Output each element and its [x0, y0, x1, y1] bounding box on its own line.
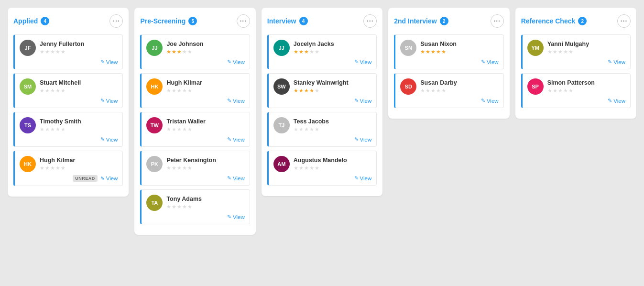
- column-count-applied: 4: [41, 17, 49, 25]
- view-link[interactable]: ✎View: [227, 59, 245, 65]
- candidate-name: Tony Adams: [166, 196, 244, 202]
- column-applied: Applied4···JFJenny Fullerton★★★★★✎ViewSM…: [8, 8, 129, 197]
- more-button-reference-check[interactable]: ···: [617, 14, 631, 28]
- view-link[interactable]: ✎View: [481, 59, 499, 65]
- column-title-2nd-interview: 2nd Interview: [394, 17, 437, 25]
- view-icon: ✎: [608, 59, 612, 65]
- candidate-name: Peter Kensington: [166, 157, 244, 164]
- more-button-interview[interactable]: ···: [363, 14, 377, 28]
- view-label: View: [106, 98, 118, 104]
- star-rating: ★★★★★: [40, 49, 118, 55]
- view-link[interactable]: ✎View: [354, 136, 372, 143]
- view-link[interactable]: ✎View: [608, 59, 625, 65]
- view-label: View: [360, 98, 372, 104]
- candidate-name: Susan Darby: [420, 79, 498, 86]
- card: HKHugh Kilmar★★★★★UNREAD✎View: [13, 151, 123, 186]
- card: SNSusan Nixon★★★★★✎View: [394, 34, 503, 69]
- card: TJTess Jacobs★★★★★✎View: [267, 112, 377, 147]
- column-header-reference-check: Reference Check2···: [521, 14, 631, 28]
- view-label: View: [360, 137, 372, 143]
- column-header-pre-screening: Pre-Screening5···: [140, 14, 250, 28]
- card: TWTristan Waller★★★★★✎View: [140, 112, 250, 147]
- candidate-name: Jenny Fullerton: [40, 41, 118, 47]
- avatar: TW: [146, 117, 163, 133]
- view-link[interactable]: ✎View: [227, 98, 245, 104]
- star-rating: ★★★★★: [294, 165, 371, 171]
- view-link[interactable]: ✎View: [100, 176, 118, 182]
- view-link[interactable]: ✎View: [227, 175, 245, 181]
- card: SMStuart Mitchell★★★★★✎View: [13, 73, 123, 108]
- view-link[interactable]: ✎View: [100, 59, 118, 65]
- star-rating: ★★★★★: [166, 204, 244, 210]
- star-rating: ★★★★★: [294, 88, 371, 94]
- view-link[interactable]: ✎View: [354, 98, 372, 104]
- view-label: View: [233, 214, 245, 220]
- view-icon: ✎: [100, 59, 105, 65]
- candidate-name: Yanni Mulgahy: [547, 41, 625, 47]
- column-header-interview: Interview4···: [267, 14, 377, 28]
- avatar: YM: [527, 40, 544, 56]
- star-rating: ★★★★★: [294, 49, 371, 55]
- column-title-interview: Interview: [267, 17, 296, 25]
- view-label: View: [233, 59, 245, 65]
- card: SDSusan Darby★★★★★✎View: [394, 73, 503, 108]
- card: YMYanni Mulgahy★★★★★✎View: [521, 34, 631, 69]
- candidate-name: Tess Jacobs: [294, 118, 371, 125]
- view-link[interactable]: ✎View: [227, 136, 245, 143]
- avatar: HK: [20, 156, 36, 172]
- avatar: TS: [20, 117, 36, 133]
- view-label: View: [613, 59, 625, 65]
- view-icon: ✎: [608, 98, 612, 104]
- avatar: AM: [273, 156, 290, 172]
- view-label: View: [613, 98, 625, 104]
- more-button-2nd-interview[interactable]: ···: [491, 14, 504, 28]
- view-label: View: [106, 137, 118, 143]
- star-rating: ★★★★★: [166, 49, 244, 55]
- view-label: View: [233, 137, 245, 143]
- view-link[interactable]: ✎View: [227, 214, 245, 220]
- column-pre-screening: Pre-Screening5···JJJoe Johnson★★★★★✎View…: [134, 8, 255, 235]
- view-icon: ✎: [227, 175, 231, 181]
- card: HKHugh Kilmar★★★★★✎View: [140, 73, 250, 108]
- column-count-pre-screening: 5: [188, 17, 197, 25]
- star-rating: ★★★★★: [420, 49, 498, 55]
- star-rating: ★★★★★: [166, 165, 244, 171]
- card: AMAugustus Mandelo★★★★★✎View: [267, 151, 377, 186]
- more-button-pre-screening[interactable]: ···: [237, 14, 250, 28]
- avatar: PK: [146, 156, 163, 172]
- card: JJJoe Johnson★★★★★✎View: [140, 34, 250, 69]
- view-icon: ✎: [227, 59, 231, 65]
- card: PKPeter Kensington★★★★★✎View: [140, 151, 250, 186]
- view-icon: ✎: [100, 98, 105, 104]
- view-icon: ✎: [100, 176, 105, 182]
- view-icon: ✎: [354, 175, 359, 181]
- column-count-reference-check: 2: [578, 17, 587, 25]
- avatar: JF: [20, 40, 36, 56]
- view-link[interactable]: ✎View: [100, 136, 118, 143]
- view-label: View: [487, 59, 499, 65]
- view-label: View: [106, 176, 118, 181]
- view-label: View: [233, 98, 245, 104]
- candidate-name: Hugh Kilmar: [166, 79, 244, 86]
- avatar: SM: [20, 78, 36, 95]
- star-rating: ★★★★★: [547, 88, 625, 94]
- candidate-name: Joe Johnson: [166, 41, 244, 47]
- card: TATony Adams★★★★★✎View: [140, 189, 250, 224]
- view-icon: ✎: [354, 98, 359, 104]
- star-rating: ★★★★★: [40, 88, 118, 94]
- view-link[interactable]: ✎View: [608, 98, 625, 104]
- view-icon: ✎: [227, 214, 231, 220]
- view-link[interactable]: ✎View: [354, 59, 372, 65]
- star-rating: ★★★★★: [166, 126, 244, 132]
- candidate-name: Jocelyn Jacks: [294, 41, 371, 47]
- view-icon: ✎: [481, 59, 485, 65]
- avatar: TJ: [273, 117, 290, 133]
- view-icon: ✎: [354, 59, 359, 65]
- view-link[interactable]: ✎View: [481, 98, 499, 104]
- column-header-applied: Applied4···: [13, 14, 123, 28]
- view-link[interactable]: ✎View: [354, 175, 372, 181]
- view-link[interactable]: ✎View: [100, 98, 118, 104]
- view-label: View: [106, 59, 118, 65]
- avatar: TA: [146, 195, 163, 211]
- more-button-applied[interactable]: ···: [109, 14, 123, 28]
